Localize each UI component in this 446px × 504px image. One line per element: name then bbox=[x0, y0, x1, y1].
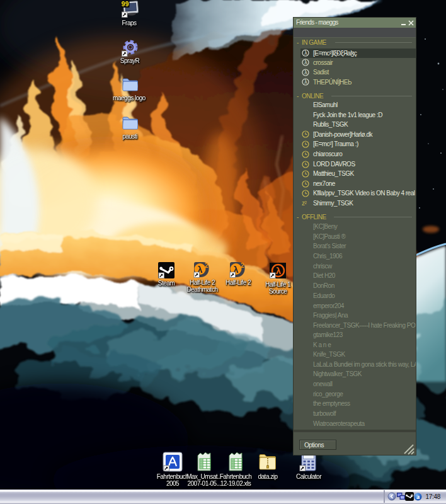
svg-text:2: 2 bbox=[241, 262, 244, 269]
svg-text:λ: λ bbox=[276, 265, 282, 276]
svg-text:λ: λ bbox=[304, 79, 307, 85]
svg-text:λ: λ bbox=[304, 50, 307, 56]
svg-text:99: 99 bbox=[122, 1, 129, 8]
svg-text:a: a bbox=[416, 493, 420, 500]
svg-text:λ: λ bbox=[304, 69, 307, 76]
svg-text:λ: λ bbox=[304, 59, 307, 66]
svg-text:2: 2 bbox=[205, 262, 209, 269]
